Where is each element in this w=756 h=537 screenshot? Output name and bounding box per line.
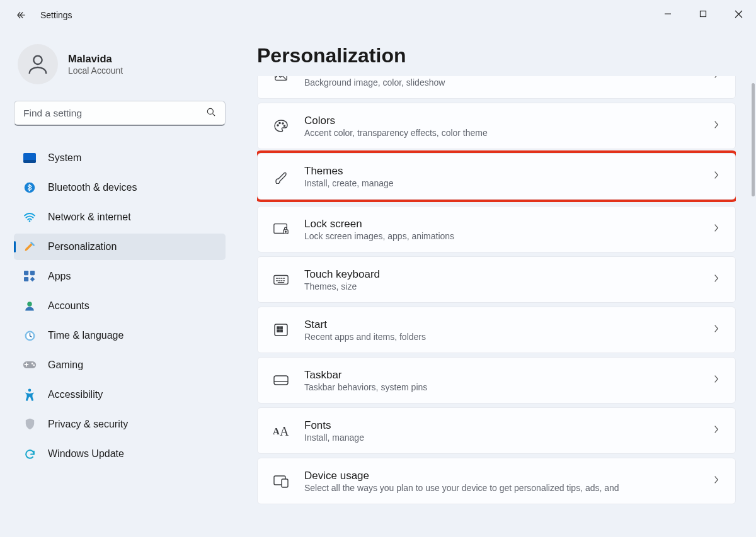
shield-icon bbox=[23, 417, 37, 431]
wifi-icon bbox=[23, 210, 37, 224]
sidebar-item-label: Privacy & security bbox=[48, 419, 128, 430]
svg-point-2 bbox=[207, 108, 213, 114]
svg-text:A: A bbox=[273, 426, 280, 436]
sidebar-item-windows-update[interactable]: Windows Update bbox=[14, 441, 226, 467]
svg-rect-9 bbox=[24, 277, 28, 281]
card-title: Device usage bbox=[304, 470, 713, 482]
card-title: Taskbar bbox=[304, 369, 713, 382]
sidebar-item-accounts[interactable]: Accounts bbox=[14, 293, 226, 319]
card-background[interactable]: Background Background image, color, slid… bbox=[257, 76, 736, 99]
sidebar-item-label: System bbox=[48, 152, 81, 164]
chevron-right-icon bbox=[713, 171, 720, 182]
gaming-icon bbox=[23, 358, 37, 372]
background-icon bbox=[272, 76, 290, 82]
lock-screen-icon bbox=[272, 222, 290, 236]
sidebar-item-label: Apps bbox=[48, 271, 71, 282]
sidebar-item-label: Network & internet bbox=[48, 212, 131, 223]
chevron-right-icon bbox=[713, 274, 720, 285]
card-themes[interactable]: Themes Install, create, manage bbox=[257, 153, 736, 200]
card-lock-screen[interactable]: Lock screen Lock screen images, apps, an… bbox=[257, 206, 736, 252]
system-icon bbox=[23, 151, 37, 165]
svg-rect-31 bbox=[277, 330, 279, 332]
card-title: Start bbox=[304, 319, 713, 331]
sidebar-item-bluetooth[interactable]: Bluetooth & devices bbox=[14, 174, 226, 201]
window-title: Settings bbox=[40, 10, 72, 20]
svg-point-15 bbox=[32, 363, 33, 365]
sidebar-item-network[interactable]: Network & internet bbox=[14, 204, 226, 230]
svg-point-20 bbox=[279, 122, 280, 123]
chevron-right-icon bbox=[713, 375, 720, 386]
card-subtitle: Themes, size bbox=[304, 281, 713, 291]
card-start[interactable]: Start Recent apps and items, folders bbox=[257, 307, 736, 353]
card-subtitle: Taskbar behaviors, system pins bbox=[304, 382, 713, 392]
paintbrush-icon bbox=[23, 240, 37, 254]
svg-rect-8 bbox=[30, 271, 35, 275]
avatar bbox=[18, 44, 58, 84]
svg-rect-10 bbox=[30, 277, 35, 282]
svg-rect-7 bbox=[24, 271, 28, 275]
sidebar-item-apps[interactable]: Apps bbox=[14, 263, 226, 290]
close-button[interactable] bbox=[721, 0, 756, 28]
card-subtitle: Accent color, transparency effects, colo… bbox=[304, 128, 713, 138]
card-title: Background bbox=[304, 76, 713, 77]
minimize-icon bbox=[664, 10, 672, 18]
chevron-right-icon bbox=[713, 475, 720, 487]
svg-point-11 bbox=[27, 302, 32, 307]
maximize-icon bbox=[699, 10, 707, 18]
avatar-icon bbox=[25, 52, 50, 77]
sidebar-item-privacy[interactable]: Privacy & security bbox=[14, 411, 226, 438]
sidebar-item-label: Personalization bbox=[48, 241, 117, 252]
svg-point-6 bbox=[29, 220, 31, 222]
taskbar-icon bbox=[272, 374, 290, 387]
svg-point-16 bbox=[33, 365, 35, 366]
svg-rect-0 bbox=[701, 11, 706, 17]
search-wrapper bbox=[14, 101, 226, 126]
card-subtitle: Background image, color, slideshow bbox=[304, 77, 713, 88]
svg-rect-26 bbox=[274, 276, 288, 285]
sidebar-item-personalization[interactable]: Personalization bbox=[14, 234, 226, 260]
card-taskbar[interactable]: Taskbar Taskbar behaviors, system pins bbox=[257, 357, 736, 404]
svg-rect-32 bbox=[280, 330, 282, 332]
sidebar-item-time-language[interactable]: Time & language bbox=[14, 322, 226, 349]
sidebar-item-accessibility[interactable]: Accessibility bbox=[14, 382, 226, 408]
svg-point-21 bbox=[282, 123, 284, 124]
svg-rect-4 bbox=[23, 160, 36, 163]
brush-icon bbox=[272, 169, 290, 184]
search-icon bbox=[205, 106, 217, 120]
svg-point-1 bbox=[33, 56, 42, 64]
svg-rect-29 bbox=[280, 327, 282, 329]
back-button[interactable] bbox=[11, 5, 32, 25]
svg-rect-28 bbox=[277, 327, 279, 329]
chevron-right-icon bbox=[713, 425, 720, 436]
minimize-button[interactable] bbox=[650, 0, 685, 28]
profile-block[interactable]: Malavida Local Account bbox=[14, 38, 226, 97]
arrow-left-icon bbox=[16, 9, 27, 21]
maximize-button[interactable] bbox=[685, 0, 721, 28]
start-icon bbox=[272, 323, 290, 337]
scrollbar-thumb[interactable] bbox=[752, 83, 755, 196]
svg-text:A: A bbox=[280, 424, 289, 438]
card-title: Themes bbox=[304, 165, 713, 178]
chevron-right-icon bbox=[713, 76, 720, 81]
sidebar-item-label: Time & language bbox=[48, 330, 123, 341]
sidebar-item-label: Windows Update bbox=[48, 448, 124, 460]
card-subtitle: Lock screen images, apps, animations bbox=[304, 231, 713, 241]
settings-list: Background Background image, color, slid… bbox=[257, 76, 736, 528]
card-subtitle: Install, manage bbox=[304, 432, 713, 443]
chevron-right-icon bbox=[713, 324, 720, 336]
search-input[interactable] bbox=[14, 101, 226, 126]
sidebar-item-gaming[interactable]: Gaming bbox=[14, 352, 226, 378]
bluetooth-icon bbox=[23, 181, 37, 195]
card-title: Touch keyboard bbox=[304, 268, 713, 281]
card-device-usage[interactable]: Device usage Select all the ways you pla… bbox=[257, 458, 736, 504]
sidebar-item-system[interactable]: System bbox=[14, 145, 226, 171]
card-fonts[interactable]: AA Fonts Install, manage bbox=[257, 407, 736, 454]
card-colors[interactable]: Colors Accent color, transparency effect… bbox=[257, 103, 736, 149]
card-subtitle: Recent apps and items, folders bbox=[304, 332, 713, 342]
fonts-icon: AA bbox=[272, 424, 290, 438]
keyboard-icon bbox=[272, 273, 290, 286]
card-title: Colors bbox=[304, 115, 713, 127]
card-subtitle: Select all the ways you plan to use your… bbox=[304, 483, 713, 493]
card-touch-keyboard[interactable]: Touch keyboard Themes, size bbox=[257, 256, 736, 303]
card-title: Fonts bbox=[304, 419, 713, 432]
